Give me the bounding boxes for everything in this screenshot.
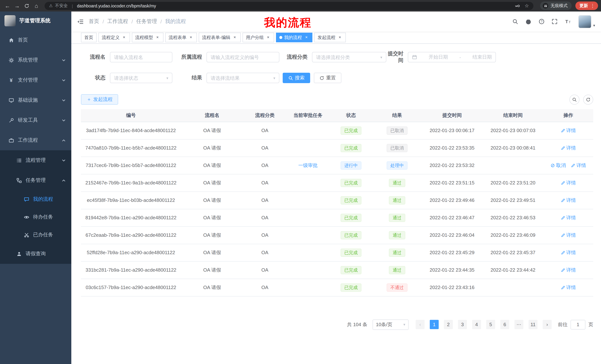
tab-process-form[interactable]: 流程表单 × — [165, 33, 197, 42]
sidebar-item-label: 请假查询 — [26, 250, 46, 257]
sidebar-item-done-tasks[interactable]: 已办任务 — [0, 226, 71, 244]
browser-menu-icon[interactable]: ⋮ — [589, 3, 596, 9]
reset-button[interactable]: 重置 — [314, 73, 341, 83]
browser-home-icon[interactable]: ⌂ — [32, 1, 41, 10]
sidebar-item-workflow[interactable]: 工作流程 — [0, 130, 71, 150]
submit-time-range[interactable]: 开始日期 - 结束日期 — [408, 52, 496, 62]
app-logo[interactable]: 芋道管理系统 — [0, 11, 71, 30]
sidebar-item-devtools[interactable]: 研发工具 — [0, 110, 71, 130]
category-field[interactable] — [316, 54, 380, 60]
tab-process-definition[interactable]: 流程定义 × — [99, 33, 130, 42]
back-icon[interactable]: ← — [3, 1, 12, 10]
page-button-4[interactable]: 4 — [472, 320, 481, 329]
font-size-icon[interactable]: TT — [565, 19, 571, 25]
refresh-button[interactable] — [583, 95, 593, 105]
prev-page-button[interactable]: ‹ — [416, 320, 425, 329]
detail-link[interactable]: 详情 — [561, 267, 576, 273]
bookmark-star-icon[interactable]: ☆ — [525, 3, 529, 9]
close-icon[interactable]: × — [121, 35, 127, 40]
forward-icon[interactable]: → — [13, 1, 21, 10]
user-menu[interactable]: ▾ — [578, 15, 595, 28]
current-task-link[interactable]: 一级审批 — [298, 162, 318, 169]
result-select[interactable]: ▾ — [207, 73, 279, 83]
cancel-link[interactable]: 取消 — [551, 162, 566, 169]
address-bar[interactable]: ⚠ 不安全 | dashboard.yudao.iocoder.cn/bpm/t… — [45, 2, 533, 10]
close-icon[interactable]: × — [188, 35, 193, 40]
security-label[interactable]: 不安全 — [55, 3, 68, 9]
sidebar-item-task-management[interactable]: 任务管理 — [0, 170, 71, 190]
process-name-field[interactable] — [114, 54, 168, 60]
next-page-button[interactable]: › — [543, 320, 551, 329]
sidebar-item-payment[interactable]: ¥ 支付管理 — [0, 70, 71, 90]
result-badge: 通过 — [389, 231, 405, 239]
github-icon[interactable] — [525, 18, 531, 25]
close-icon[interactable]: × — [232, 35, 237, 40]
result-badge: 不通过 — [387, 283, 408, 291]
sidebar-item-home[interactable]: 首页 — [0, 30, 71, 50]
sidebar-item-infrastructure[interactable]: 基础设施 — [0, 90, 71, 110]
result-badge: 通过 — [389, 266, 405, 274]
detail-link[interactable]: 详情 — [561, 144, 576, 151]
help-icon[interactable]: ? — [539, 19, 545, 25]
close-icon[interactable]: × — [304, 35, 309, 40]
status-field[interactable] — [114, 75, 166, 81]
tab-home[interactable]: 首页 — [81, 33, 97, 42]
sidebar-item-system[interactable]: 系统管理 — [0, 50, 71, 70]
close-icon[interactable]: × — [155, 35, 160, 40]
url-text[interactable]: dashboard.yudao.iocoder.cn/bpm/task/my — [77, 3, 156, 8]
page-button-6[interactable]: 6 — [500, 320, 509, 329]
detail-link[interactable]: 详情 — [571, 162, 586, 169]
tab-user-group[interactable]: 用户分组 × — [242, 33, 274, 42]
page-button-3[interactable]: 3 — [458, 320, 467, 329]
breadcrumb-item[interactable]: 任务管理 — [136, 18, 157, 25]
search-icon[interactable] — [512, 19, 518, 25]
detail-link[interactable]: 详情 — [561, 197, 576, 203]
table-row: 331bc281-7b9a-11ec-a290-acde48001122 OA … — [81, 261, 593, 279]
toggle-search-button[interactable] — [570, 95, 580, 105]
page-button-1[interactable]: 1 — [430, 320, 439, 329]
search-button[interactable]: 搜索 — [283, 73, 310, 83]
process-definition-input[interactable] — [207, 52, 279, 62]
reload-icon[interactable] — [22, 1, 31, 10]
more-pages-button[interactable]: ⋯ — [514, 320, 523, 329]
key-icon[interactable] — [515, 3, 520, 8]
avatar[interactable] — [578, 15, 591, 28]
tab-process-model[interactable]: 流程模型 × — [132, 33, 163, 42]
caret-down-icon: ▾ — [380, 55, 382, 59]
process-definition-field[interactable] — [210, 54, 275, 60]
status-select[interactable]: ▾ — [110, 73, 172, 83]
sidebar-item-leave-query[interactable]: 请假查询 — [0, 244, 71, 264]
detail-link[interactable]: 详情 — [561, 179, 576, 186]
page-size-select[interactable]: 10条/页 ▾ — [372, 319, 409, 330]
page-button-5[interactable]: 5 — [486, 320, 495, 329]
detail-link[interactable]: 详情 — [561, 284, 576, 291]
detail-link[interactable]: 详情 — [561, 249, 576, 256]
sidebar-fold-icon[interactable] — [77, 18, 84, 25]
end-date-placeholder[interactable]: 结束日期 — [472, 54, 492, 60]
status-badge: 已完成 — [341, 179, 361, 187]
sidebar-item-todo-tasks[interactable]: 待办任务 — [0, 208, 71, 226]
fullscreen-icon[interactable] — [551, 19, 558, 25]
update-button[interactable]: 更新 ⋮ — [575, 1, 598, 10]
breadcrumb-item[interactable]: 工作流程 — [107, 18, 128, 25]
tab-process-form-edit[interactable]: 流程表单-编辑 × — [199, 33, 241, 42]
detail-link[interactable]: 详情 — [561, 214, 576, 221]
result-field[interactable] — [210, 75, 273, 81]
tab-my-process[interactable]: 我的流程 × — [276, 33, 312, 42]
detail-link[interactable]: 详情 — [561, 127, 576, 134]
incognito-profile-badge[interactable]: 无痕模式 — [540, 1, 572, 10]
start-date-placeholder[interactable]: 开始日期 — [429, 54, 448, 60]
create-process-button[interactable]: ＋ 发起流程 — [81, 94, 118, 105]
close-icon[interactable]: × — [266, 35, 271, 40]
process-name-input[interactable] — [110, 52, 172, 62]
sidebar-item-my-process[interactable]: 我的流程 — [0, 190, 71, 208]
sidebar-item-process-management[interactable]: 流程管理 — [0, 150, 71, 170]
page-button-11[interactable]: 11 — [529, 320, 538, 329]
close-icon[interactable]: × — [337, 35, 342, 40]
category-select[interactable]: ▾ — [312, 52, 386, 62]
goto-page-input[interactable] — [571, 320, 585, 329]
detail-link[interactable]: 详情 — [561, 232, 576, 238]
breadcrumb-item[interactable]: 首页 — [89, 18, 99, 25]
page-button-2[interactable]: 2 — [444, 320, 453, 329]
tab-start-process[interactable]: 发起流程 × — [314, 33, 346, 42]
